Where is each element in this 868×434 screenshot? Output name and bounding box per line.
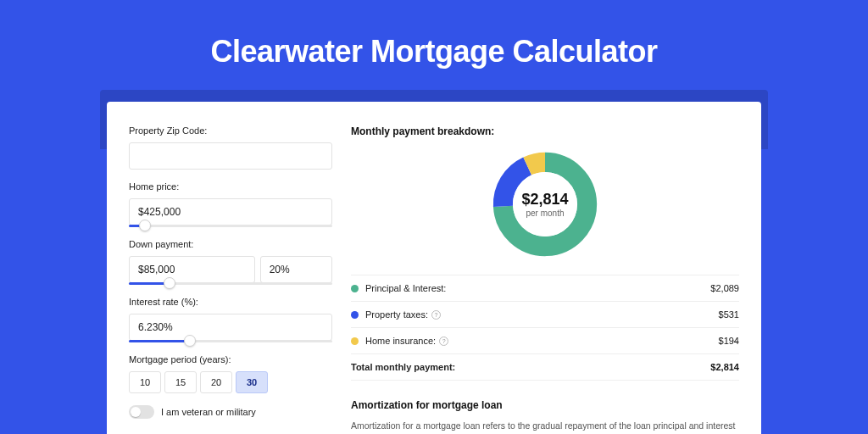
legend-dot	[351, 311, 359, 319]
breakdown-column: Monthly payment breakdown: $2,814 per mo…	[351, 125, 739, 434]
page-title: Clearwater Mortgage Calculator	[0, 34, 868, 70]
period-btn-20[interactable]: 20	[200, 371, 232, 393]
zip-label: Property Zip Code:	[129, 125, 332, 136]
slider-thumb[interactable]	[139, 220, 151, 231]
form-column: Property Zip Code: Home price: Down paym…	[129, 125, 332, 434]
home-price-input[interactable]	[129, 198, 332, 225]
legend-total-row: Total monthly payment:$2,814	[351, 354, 739, 381]
home-price-label: Home price:	[129, 181, 332, 192]
legend-total-value: $2,814	[710, 362, 739, 372]
veteran-label: I am veteran or military	[161, 407, 256, 417]
down-payment-input[interactable]	[129, 256, 255, 283]
legend-row: Principal & Interest:$2,089	[351, 275, 739, 302]
legend-value: $531	[719, 309, 739, 320]
legend-label: Property taxes:?	[365, 309, 719, 320]
period-btn-15[interactable]: 15	[164, 371, 197, 393]
breakdown-title: Monthly payment breakdown:	[351, 125, 739, 137]
legend-dot	[351, 337, 359, 345]
legend-total-label: Total monthly payment:	[351, 362, 710, 372]
calculator-card: Property Zip Code: Home price: Down paym…	[107, 102, 761, 434]
amortization-title: Amortization for mortgage loan	[351, 399, 739, 411]
info-icon[interactable]: ?	[439, 337, 448, 346]
down-payment-slider[interactable]	[129, 282, 332, 285]
veteran-toggle[interactable]	[129, 405, 154, 419]
amortization-section: Amortization for mortgage loan Amortizat…	[351, 399, 739, 434]
down-payment-label: Down payment:	[129, 239, 332, 249]
donut-center-value: $2,814	[521, 191, 568, 209]
donut-center: $2,814 per month	[521, 191, 568, 218]
period-label: Mortgage period (years):	[129, 354, 332, 364]
slider-thumb[interactable]	[184, 335, 196, 347]
period-row: 10152030	[129, 371, 332, 393]
interest-field: Interest rate (%):	[129, 297, 332, 342]
zip-input[interactable]	[129, 142, 332, 170]
interest-input[interactable]	[129, 314, 332, 341]
donut-center-sub: per month	[521, 209, 568, 218]
donut-chart: $2,814 per month	[351, 149, 739, 259]
zip-field: Property Zip Code:	[129, 125, 332, 170]
down-payment-field: Down payment:	[129, 239, 332, 285]
home-price-slider[interactable]	[129, 225, 332, 227]
legend-value: $2,089	[710, 283, 739, 293]
interest-label: Interest rate (%):	[129, 297, 332, 307]
legend: Principal & Interest:$2,089Property taxe…	[351, 275, 739, 381]
interest-slider[interactable]	[129, 340, 332, 342]
period-field: Mortgage period (years): 10152030	[129, 354, 332, 393]
slider-thumb[interactable]	[164, 277, 175, 289]
legend-label: Home insurance:?	[365, 336, 719, 346]
down-payment-pct-input[interactable]	[260, 256, 332, 283]
legend-dot	[351, 285, 359, 292]
info-icon[interactable]: ?	[431, 310, 441, 320]
legend-row: Property taxes:?$531	[351, 302, 739, 328]
period-btn-10[interactable]: 10	[129, 371, 161, 393]
hero: Clearwater Mortgage Calculator Property …	[0, 0, 868, 434]
legend-label: Principal & Interest:	[365, 283, 710, 293]
legend-value: $194	[719, 336, 739, 346]
legend-row: Home insurance:?$194	[351, 328, 739, 354]
amortization-text: Amortization for a mortgage loan refers …	[351, 420, 739, 434]
veteran-row: I am veteran or military	[129, 405, 332, 419]
home-price-field: Home price:	[129, 181, 332, 227]
period-btn-30[interactable]: 30	[236, 371, 268, 393]
toggle-knob	[131, 407, 141, 417]
